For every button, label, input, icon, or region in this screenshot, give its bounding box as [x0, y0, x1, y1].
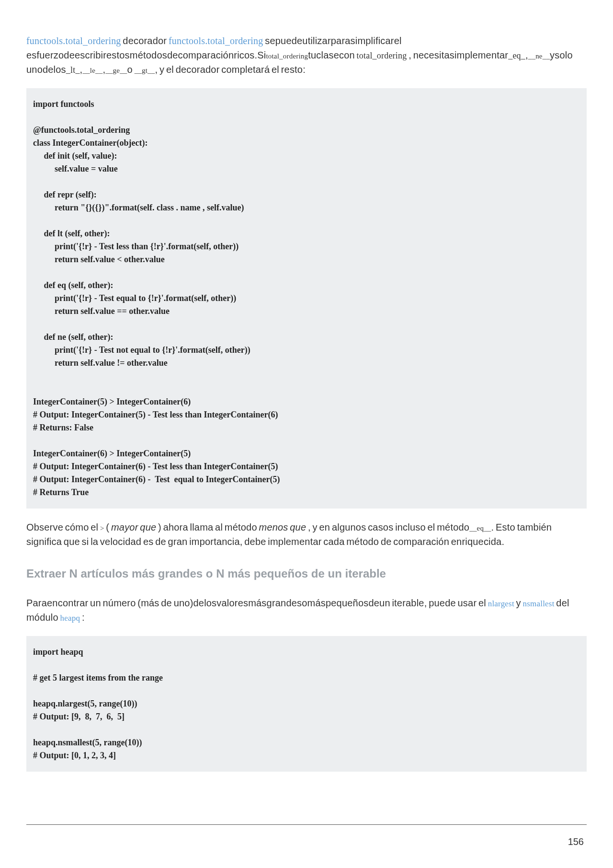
inline-code: _lt_	[66, 65, 80, 75]
page-divider	[26, 824, 587, 825]
text-fragment: y	[514, 598, 523, 608]
section-heading: Extraer N artículos más grandes o N más …	[26, 565, 587, 582]
page-number: 156	[26, 834, 587, 849]
inline-code: total_ordering	[266, 52, 308, 60]
italic-text: mayor que	[111, 522, 156, 532]
inline-code: __ge__	[105, 67, 127, 74]
link-functools-2[interactable]: functools.total_ordering	[169, 35, 263, 46]
gt-symbol: >	[100, 524, 104, 532]
inline-code: __ne__	[528, 52, 550, 60]
inline-code: __le__	[82, 67, 102, 74]
inline-code: total_ordering	[357, 51, 407, 60]
text-fragment: , y en algunos casos incluso el método	[306, 522, 469, 532]
link-nsmallest[interactable]: nsmallest	[523, 599, 555, 608]
link-functools-1[interactable]: functools.total_ordering	[26, 35, 121, 46]
paragraph-observe: Observe cómo el > ( mayor que ) ahora ll…	[26, 520, 587, 549]
inline-code: __gt__	[135, 67, 155, 74]
paragraph-heapq: Paraencontrar un número (más de uno)delo…	[26, 596, 587, 625]
text-fragment: (	[104, 522, 111, 532]
code-block-1: import functools @functools.total_orderi…	[26, 88, 587, 509]
paragraph-intro: functools.total_ordering decorador funct…	[26, 34, 587, 77]
inline-code: __eq__	[469, 524, 491, 532]
text-fragment: :	[80, 612, 85, 623]
text-fragment: , y el decorador completará el resto:	[155, 64, 306, 75]
inline-code: _eq_	[508, 51, 525, 60]
text-fragment: o	[127, 64, 135, 75]
text-fragment: ) ahora llama al método	[156, 522, 259, 532]
text-fragment: tuclasecon	[308, 50, 356, 60]
text-fragment: decorador	[121, 35, 169, 46]
code-block-2: import heapq # get 5 largest items from …	[26, 636, 587, 772]
text-fragment: Paraencontrar un número (más de uno)delo…	[26, 598, 488, 608]
text-fragment: Observe cómo el	[26, 522, 100, 532]
link-heapq[interactable]: heapq	[60, 613, 80, 623]
text-fragment: , necesitasimplementar	[407, 50, 508, 60]
link-nlargest[interactable]: nlargest	[488, 599, 514, 608]
italic-text: menos que	[259, 522, 306, 532]
